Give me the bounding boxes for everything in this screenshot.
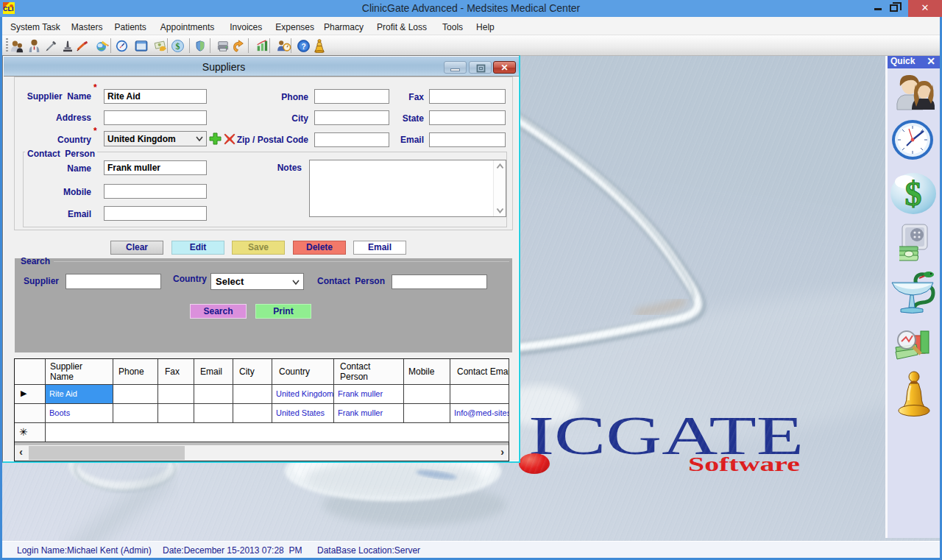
svg-text:?: ? xyxy=(301,43,305,51)
svg-text:$: $ xyxy=(905,175,922,213)
svg-text:$: $ xyxy=(176,41,180,52)
